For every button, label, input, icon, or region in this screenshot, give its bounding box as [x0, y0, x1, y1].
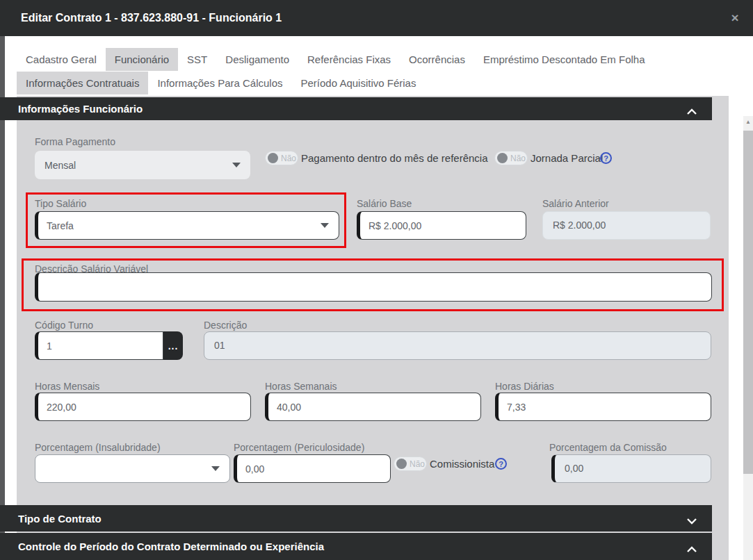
- modal-title: Editar Contrato 1 - 837.623.880-91 - Fun…: [21, 12, 282, 24]
- porcentagem-periculosidade-input[interactable]: [234, 454, 391, 483]
- porcentagem-periculosidade-label: Porcentagem (Periculosidade): [234, 442, 364, 453]
- jornada-parcial-toggle[interactable]: Não: [494, 151, 528, 165]
- modal-titlebar: Editar Contrato 1 - 837.623.880-91 - Fun…: [0, 0, 753, 36]
- comissionista-label: Comissionista: [430, 458, 494, 470]
- descricao-salario-variavel-input[interactable]: [35, 272, 712, 302]
- section-title: Tipo de Contrato: [18, 513, 102, 525]
- codigo-turno-lookup-button[interactable]: ...: [163, 331, 183, 360]
- primary-tab-bar: Cadastro Geral Funcionário SST Desligame…: [17, 48, 654, 71]
- jornada-parcial-label: Jornada Parcial: [531, 152, 603, 164]
- forma-pagamento-label: Forma Pagamento: [35, 136, 115, 147]
- forma-pagamento-value: Mensal: [44, 160, 76, 171]
- tab-funcionario[interactable]: Funcionário: [106, 48, 178, 71]
- tab-ocorrencias[interactable]: Ocorrências: [400, 48, 474, 71]
- jornada-parcial-help-icon[interactable]: ?: [600, 152, 612, 164]
- tab-referencias-fixas[interactable]: Referências Fixas: [298, 48, 400, 71]
- tab-informacoes-para-calculos[interactable]: Informações Para Cálculos: [148, 72, 291, 94]
- chevron-down-icon: [687, 515, 697, 522]
- toggle-state-label: Não: [410, 459, 425, 469]
- chevron-down-icon: [232, 163, 241, 167]
- toggle-state-label: Não: [281, 154, 296, 163]
- salario-anterior-field: R$ 2.000,00: [542, 211, 711, 240]
- porcentagem-comissao-field: 0,00: [551, 454, 711, 483]
- comissionista-help-icon[interactable]: ?: [495, 458, 507, 470]
- toggle-state-label: Não: [510, 154, 526, 163]
- chevron-down-icon: [211, 466, 220, 471]
- horas-semanais-input[interactable]: [265, 393, 481, 421]
- salario-anterior-label: Salário Anterior: [542, 198, 609, 209]
- section-header-informacoes-funcionario[interactable]: Informações Funcionário: [0, 97, 712, 120]
- salario-base-label: Salário Base: [357, 198, 412, 209]
- horas-mensais-input[interactable]: [35, 393, 251, 421]
- secondary-tab-bar: Informações Contratuais Informações Para…: [17, 72, 425, 94]
- toggle-knob: [396, 459, 407, 469]
- section-header-controle-periodo[interactable]: Controle do Período do Contrato Determin…: [0, 533, 712, 560]
- section-title: Informações Funcionário: [18, 103, 143, 115]
- toggle-knob: [497, 153, 508, 163]
- section-title: Controle do Período do Contrato Determin…: [18, 541, 324, 552]
- chevron-up-icon: [687, 106, 697, 113]
- comissionista-toggle[interactable]: Não: [394, 456, 427, 471]
- close-icon[interactable]: ×: [727, 10, 743, 26]
- tab-periodo-aquisitivo-ferias[interactable]: Período Aquisitivo Férias: [292, 72, 426, 94]
- salario-base-input[interactable]: [357, 211, 526, 240]
- tab-sst[interactable]: SST: [178, 48, 216, 71]
- tipo-salario-value: Tarefa: [47, 220, 74, 231]
- tipo-salario-select[interactable]: Tarefa: [35, 211, 339, 240]
- section-header-tipo-de-contrato[interactable]: Tipo de Contrato: [0, 505, 712, 532]
- scrollbar-thumb[interactable]: [743, 131, 753, 474]
- forma-pagamento-select[interactable]: Mensal: [35, 151, 250, 179]
- horas-mensais-label: Horas Mensais: [35, 381, 99, 392]
- horas-diarias-input[interactable]: [495, 393, 711, 421]
- descricao-turno-field: 01: [204, 331, 711, 360]
- scrollbar-up-icon[interactable]: ▲: [743, 117, 753, 127]
- tab-cadastro-geral[interactable]: Cadastro Geral: [17, 48, 106, 71]
- tab-desligamento[interactable]: Desligamento: [216, 48, 298, 71]
- horas-diarias-label: Horas Diárias: [495, 381, 554, 392]
- edit-contract-modal: Editar Contrato 1 - 837.623.880-91 - Fun…: [0, 0, 753, 560]
- tipo-salario-label: Tipo Salário: [35, 198, 86, 209]
- porcentagem-comissao-label: Porcentagem da Comissão: [549, 442, 667, 453]
- porcentagem-insalubridade-label: Porcentagem (Insalubridade): [35, 442, 161, 453]
- tab-informacoes-contratuais[interactable]: Informações Contratuais: [17, 72, 148, 94]
- chevron-down-icon: [321, 223, 329, 228]
- pagamento-dentro-mes-toggle[interactable]: Não: [265, 151, 298, 165]
- porcentagem-insalubridade-select[interactable]: [35, 454, 230, 483]
- descricao-turno-label: Descrição: [204, 320, 247, 331]
- horas-semanais-label: Horas Semanais: [265, 381, 337, 392]
- codigo-turno-label: Código Turno: [35, 320, 93, 331]
- tab-emprestimo-descontado[interactable]: Empréstimo Descontado Em Folha: [474, 48, 654, 71]
- pagamento-dentro-mes-label: Pagamento dentro do mês de referência: [301, 152, 488, 164]
- toggle-knob: [268, 153, 278, 163]
- codigo-turno-input[interactable]: [35, 331, 163, 360]
- chevron-up-icon: [687, 543, 697, 550]
